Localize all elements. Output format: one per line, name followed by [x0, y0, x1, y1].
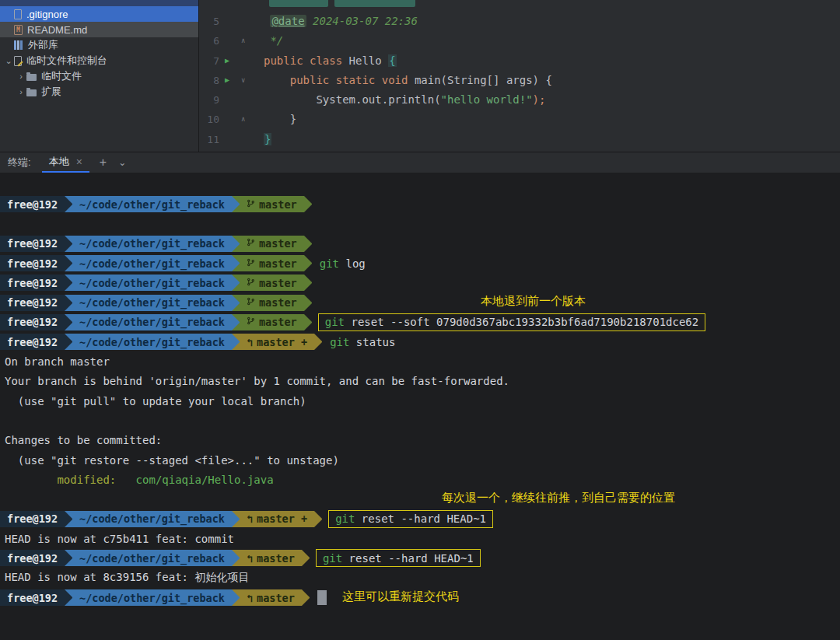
code-content: } — [264, 113, 296, 125]
code-token: */ — [264, 34, 283, 47]
powerline-arrow-icon — [304, 196, 312, 212]
powerline-arrow-icon — [304, 255, 312, 271]
output-text: (use "git pull" to update your local bra… — [5, 395, 306, 407]
code-token: ); — [533, 93, 546, 106]
tree-item[interactable]: ›临时文件 — [0, 68, 198, 84]
run-button-icon[interactable]: ▶ — [225, 56, 229, 65]
prompt-branch: ↰master + — [240, 334, 314, 350]
code-token: { — [388, 54, 396, 67]
code-line[interactable]: 11} — [199, 131, 840, 150]
terminal-panel[interactable]: free@192~/code/other/git_rebackmasterfre… — [0, 173, 840, 640]
terminal-line — [0, 411, 840, 430]
code-token: } — [264, 113, 296, 125]
prompt-user: free@192 — [0, 589, 65, 606]
powerline-arrow-icon — [65, 255, 72, 271]
prompt-branch: master — [240, 236, 304, 252]
prompt-branch: master — [240, 196, 304, 212]
branch-name: master — [259, 257, 297, 270]
powerline-arrow-icon — [304, 295, 312, 311]
terminal-token: status — [349, 336, 395, 348]
code-line[interactable]: 5 @date 2024-03-07 22:36 — [199, 12, 840, 32]
code-token: } — [264, 133, 271, 145]
highlight-box: git reset --hard HEAD~1 — [328, 510, 493, 528]
command-text: git log — [320, 257, 366, 270]
chevron-down-icon[interactable]: ⌄ — [3, 57, 14, 65]
chevron-right-icon[interactable]: › — [16, 88, 26, 96]
branch-name: master + — [257, 336, 307, 348]
tree-item-label: 扩展 — [41, 85, 61, 99]
run-button-icon[interactable]: ▶ — [225, 75, 229, 84]
terminal-token — [5, 474, 57, 486]
terminal-token: (use "git pull" to update your local bra… — [5, 395, 306, 407]
terminal-token: modified: — [57, 474, 135, 486]
terminal-cursor — [317, 590, 327, 605]
tree-item-label: .gitignore — [26, 9, 68, 20]
powerline-arrow-icon — [304, 236, 312, 252]
code-lines: 5 @date 2024-03-07 22:366∧ */7▶public cl… — [199, 0, 840, 150]
prompt-branch: ↰master — [240, 589, 302, 606]
terminal-output-line: HEAD is now at c75b411 feat: commit — [0, 529, 840, 548]
prompt-branch: master — [240, 275, 304, 291]
fold-down-icon[interactable]: ∨ — [241, 76, 245, 84]
code-token: System.out.println( — [264, 93, 441, 106]
git-branch-icon — [247, 316, 255, 328]
powerline-arrow-icon — [232, 550, 240, 566]
code-line[interactable]: 7▶public class Hello { — [199, 52, 840, 72]
tree-item[interactable]: MREADME.md — [0, 22, 198, 37]
terminal-prompt-line: free@192~/code/other/git_reback↰master +… — [0, 509, 840, 529]
markdown-icon: M — [14, 25, 23, 35]
powerline-arrow-icon — [232, 295, 240, 311]
line-number: 5 — [199, 16, 219, 27]
code-line[interactable]: 6∧ */ — [199, 32, 840, 51]
line-number: 6 — [199, 35, 219, 47]
code-token: public class — [264, 54, 349, 67]
branch-state-icon: ↰ — [247, 512, 253, 525]
prompt-user: free@192 — [0, 295, 65, 311]
code-content: System.out.println("hello world!"); — [264, 93, 545, 106]
prompt-user: free@192 — [0, 550, 65, 566]
terminal-prompt-line: free@192~/code/other/git_rebackmastergit… — [0, 313, 840, 332]
terminal-label: 终端: — [8, 156, 31, 170]
tree-item[interactable]: ⌄临时文件和控制台 — [0, 53, 198, 68]
branch-name: master + — [257, 512, 307, 525]
git-branch-icon — [247, 198, 255, 211]
selection-fragment — [334, 0, 415, 7]
terminal-tab-local[interactable]: 本地 × — [42, 152, 89, 173]
code-line[interactable]: 8▶∨ public static void main(String[] arg… — [199, 72, 840, 91]
line-number: 8 — [199, 75, 219, 86]
terminal-annotation-line: 每次退一个，继续往前推，到自己需要的位置 — [0, 489, 840, 509]
tab-label: 本地 — [49, 155, 69, 169]
branch-name: master — [257, 592, 295, 604]
tree-item[interactable]: ›扩展 — [0, 84, 198, 100]
git-branch-icon — [247, 237, 255, 250]
powerline-arrow-icon — [232, 255, 240, 271]
code-line[interactable]: 9 System.out.println("hello world!"); — [199, 91, 840, 110]
terminal-token: git — [330, 336, 349, 348]
tree-item-label: README.md — [27, 24, 87, 36]
terminal-line — [0, 214, 840, 233]
output-text: On branch master — [5, 355, 110, 368]
code-line[interactable]: 10∧ } — [199, 110, 840, 130]
prompt-user: free@192 — [0, 255, 65, 271]
prompt-user: free@192 — [0, 334, 65, 350]
code-editor[interactable]: 5 @date 2024-03-07 22:366∧ */7▶public cl… — [199, 0, 840, 152]
scratches-icon — [14, 56, 22, 66]
line-number: 7 — [199, 55, 219, 67]
close-tab-icon[interactable]: × — [76, 156, 82, 167]
branch-name: master — [259, 296, 297, 309]
terminal-dropdown-icon[interactable]: ⌄ — [118, 157, 126, 168]
terminal-token: (use "git restore --staged <file>..." to… — [5, 454, 339, 467]
highlight-box: git reset --soft 079d0d367abc19332b3bf6a… — [318, 313, 705, 331]
code-content: public static void main(String[] args) { — [264, 74, 552, 86]
fold-up-icon[interactable]: ∧ — [241, 115, 245, 123]
powerline-arrow-icon — [65, 196, 72, 212]
code-token: @date — [270, 15, 306, 27]
code-content: */ — [264, 34, 283, 47]
chevron-right-icon[interactable]: › — [16, 72, 26, 81]
tree-item[interactable]: 外部库 — [0, 37, 198, 53]
git-branch-icon — [247, 257, 255, 270]
new-terminal-icon[interactable]: + — [100, 156, 107, 170]
project-tree: .gitignoreMREADME.md外部库⌄临时文件和控制台›临时文件›扩展 — [0, 0, 199, 152]
fold-up-icon[interactable]: ∧ — [241, 37, 245, 44]
tree-item[interactable]: .gitignore — [0, 6, 198, 22]
